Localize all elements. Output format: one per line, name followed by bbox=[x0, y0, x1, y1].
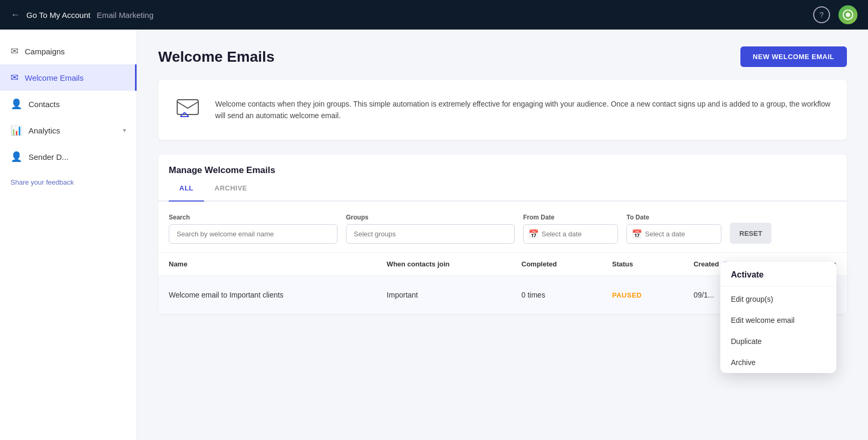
svg-point-2 bbox=[847, 10, 849, 12]
sidebar-item-campaigns[interactable]: ✉ Campaigns bbox=[0, 38, 137, 64]
brand-logo[interactable] bbox=[838, 5, 857, 24]
page-title: Welcome Emails bbox=[158, 49, 274, 65]
svg-point-1 bbox=[846, 13, 850, 17]
cell-status: PAUSED bbox=[602, 276, 683, 314]
share-feedback-link[interactable]: Share your feedback bbox=[0, 172, 137, 193]
sidebar-label-welcome-emails: Welcome Emails bbox=[25, 73, 83, 82]
nav-right: ? bbox=[813, 5, 857, 24]
welcome-emails-icon: ✉ bbox=[11, 72, 18, 83]
dropdown-activate-item[interactable]: Activate bbox=[720, 262, 836, 284]
status-badge: PAUSED bbox=[612, 291, 642, 299]
actions-dropdown-menu: Activate Edit group(s) Edit welcome emai… bbox=[720, 262, 836, 373]
sidebar-item-welcome-emails[interactable]: ✉ Welcome Emails bbox=[0, 64, 137, 91]
back-arrow-icon[interactable]: ← bbox=[11, 9, 20, 21]
tabs-row: ALL ARCHIVE bbox=[158, 176, 847, 202]
filters-row: Search Groups From Date 📅 To Date bbox=[158, 202, 847, 253]
help-icon[interactable]: ? bbox=[813, 6, 830, 23]
cell-completed: 0 times bbox=[511, 276, 602, 314]
sidebar-item-analytics[interactable]: 📊 Analytics ▾ bbox=[0, 117, 137, 144]
svg-rect-3 bbox=[177, 100, 198, 114]
sender-icon: 👤 bbox=[11, 151, 22, 162]
sidebar-label-analytics: Analytics bbox=[28, 126, 60, 135]
to-date-label: To Date bbox=[626, 214, 721, 221]
nav-title: Go To My Account bbox=[26, 11, 90, 20]
sidebar-label-contacts: Contacts bbox=[28, 100, 60, 109]
page-header: Welcome Emails NEW WELCOME EMAIL bbox=[158, 46, 847, 67]
sidebar-item-contacts[interactable]: 👤 Contacts bbox=[0, 91, 137, 117]
sidebar-label-campaigns: Campaigns bbox=[25, 47, 65, 56]
reset-button[interactable]: RESET bbox=[730, 223, 771, 244]
groups-filter-group: Groups bbox=[346, 214, 515, 244]
nav-left: ← Go To My Account Email Marketing bbox=[11, 9, 153, 21]
search-filter-group: Search bbox=[169, 214, 337, 244]
from-date-filter-group: From Date 📅 bbox=[523, 214, 618, 244]
main-content: Welcome Emails NEW WELCOME EMAIL Welcome… bbox=[137, 30, 868, 440]
col-status: Status bbox=[602, 253, 683, 276]
to-date-wrapper: 📅 bbox=[626, 224, 721, 244]
dropdown-edit-welcome[interactable]: Edit welcome email bbox=[720, 310, 836, 331]
from-date-label: From Date bbox=[523, 214, 618, 221]
tab-all[interactable]: ALL bbox=[169, 176, 204, 202]
to-date-filter-group: To Date 📅 bbox=[626, 214, 721, 244]
cell-when-join: Important bbox=[376, 276, 510, 314]
dropdown-edit-groups[interactable]: Edit group(s) bbox=[720, 289, 836, 310]
top-nav: ← Go To My Account Email Marketing ? bbox=[0, 0, 868, 30]
nav-subtitle: Email Marketing bbox=[97, 11, 153, 20]
campaigns-icon: ✉ bbox=[11, 45, 18, 57]
col-when: When contacts join bbox=[376, 253, 510, 276]
search-label: Search bbox=[169, 214, 337, 221]
col-name: Name bbox=[158, 253, 376, 276]
col-completed: Completed bbox=[511, 253, 602, 276]
dropdown-divider-1 bbox=[720, 286, 836, 286]
dropdown-archive[interactable]: Archive bbox=[720, 352, 836, 373]
new-welcome-email-button[interactable]: NEW WELCOME EMAIL bbox=[740, 46, 847, 67]
search-input[interactable] bbox=[169, 224, 337, 244]
analytics-icon: 📊 bbox=[11, 125, 22, 136]
groups-label: Groups bbox=[346, 214, 515, 221]
manage-title: Manage Welcome Emails bbox=[158, 155, 847, 176]
sidebar: ✉ Campaigns ✉ Welcome Emails 👤 Contacts … bbox=[0, 30, 137, 440]
from-date-wrapper: 📅 bbox=[523, 224, 618, 244]
to-date-calendar-icon: 📅 bbox=[632, 229, 642, 239]
info-banner: Welcome contacts when they join groups. … bbox=[158, 80, 847, 140]
tab-archive[interactable]: ARCHIVE bbox=[204, 176, 258, 202]
cell-name: Welcome email to Important clients bbox=[158, 276, 376, 314]
groups-input[interactable] bbox=[346, 224, 515, 244]
sidebar-item-sender[interactable]: 👤 Sender D... bbox=[0, 144, 137, 170]
dropdown-duplicate[interactable]: Duplicate bbox=[720, 331, 836, 352]
layout: ✉ Campaigns ✉ Welcome Emails 👤 Contacts … bbox=[0, 30, 868, 440]
sidebar-label-sender: Sender D... bbox=[28, 152, 69, 161]
contacts-icon: 👤 bbox=[11, 98, 22, 110]
banner-icon bbox=[173, 92, 202, 127]
banner-description: Welcome contacts when they join groups. … bbox=[215, 98, 832, 122]
from-date-calendar-icon: 📅 bbox=[528, 229, 539, 239]
analytics-expand-icon: ▾ bbox=[123, 127, 126, 134]
